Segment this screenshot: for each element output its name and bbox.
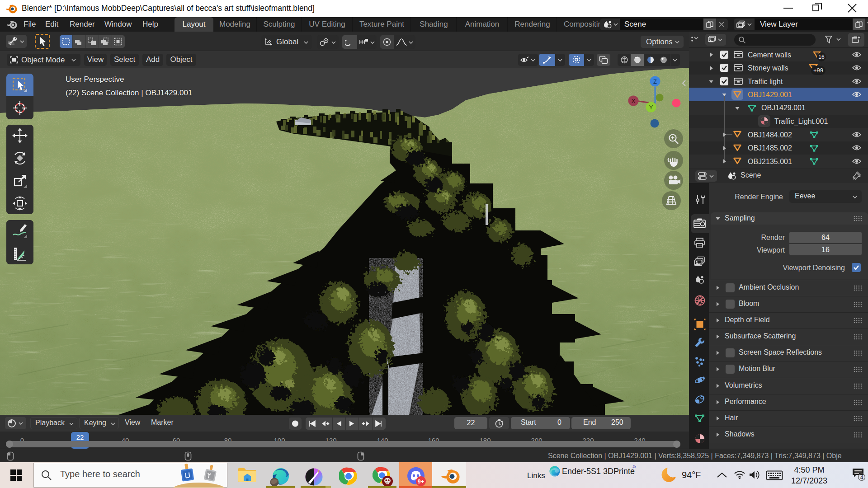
svg-text:X: X <box>632 98 636 104</box>
svg-text:9+: 9+ <box>418 479 424 485</box>
svg-text:Z: Z <box>653 78 657 85</box>
svg-text:Y: Y <box>649 104 653 111</box>
svg-text:4: 4 <box>860 474 863 481</box>
